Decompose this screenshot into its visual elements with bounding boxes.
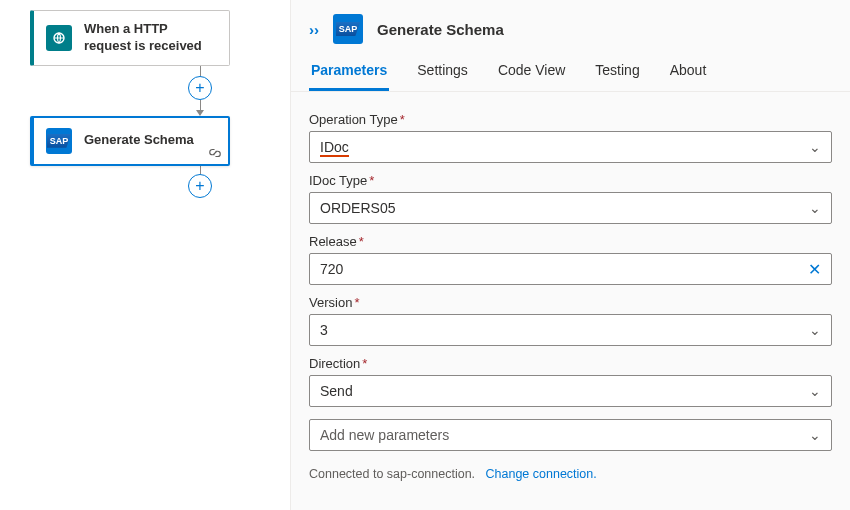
collapse-panel-button[interactable]: ›› [309,21,319,38]
panel-header: ›› SAP Generate Schema [291,0,850,54]
chevron-down-icon: ⌄ [809,200,821,216]
panel-tabs: Parameters Settings Code View Testing Ab… [291,54,850,92]
direction-select[interactable]: Send ⌄ [309,375,832,407]
version-value: 3 [320,322,328,338]
tab-parameters[interactable]: Parameters [309,54,389,91]
change-connection-link[interactable]: Change connection. [486,467,597,481]
add-step-button-bottom[interactable]: + [188,174,212,198]
arrowhead-icon [196,110,204,116]
add-new-parameters-combo[interactable]: Add new parameters ⌄ [309,419,832,451]
clear-release-button[interactable]: ✕ [808,260,821,279]
label-release: Release* [309,234,832,249]
add-params-placeholder: Add new parameters [320,427,449,443]
connection-link-icon [208,146,222,160]
sap-icon: SAP [46,128,72,154]
http-request-icon [46,25,72,51]
release-value: 720 [320,261,343,277]
tab-code-view[interactable]: Code View [496,54,567,91]
direction-value: Send [320,383,353,399]
tab-about[interactable]: About [668,54,709,91]
action-node-label: Generate Schema [84,132,216,149]
trigger-node-http-request[interactable]: When a HTTP request is received [30,10,230,66]
label-operation-type: Operation Type* [309,112,832,127]
chevron-down-icon: ⌄ [809,322,821,338]
tab-settings[interactable]: Settings [415,54,470,91]
idoc-type-value: ORDERS05 [320,200,395,216]
workflow-canvas: When a HTTP request is received + SAP Ge… [0,0,290,510]
operation-type-value: IDoc [320,139,349,157]
version-select[interactable]: 3 ⌄ [309,314,832,346]
tab-testing[interactable]: Testing [593,54,641,91]
details-panel: ›› SAP Generate Schema Parameters Settin… [290,0,850,510]
connection-name: sap-connection. [387,467,475,481]
connector: + [130,66,270,116]
label-idoc-type: IDoc Type* [309,173,832,188]
add-step-button-top[interactable]: + [188,76,212,100]
trigger-node-label: When a HTTP request is received [84,21,217,55]
action-node-generate-schema[interactable]: SAP Generate Schema [30,116,230,166]
label-version: Version* [309,295,832,310]
operation-type-select[interactable]: IDoc ⌄ [309,131,832,163]
sap-icon: SAP [333,14,363,44]
parameters-form: Operation Type* IDoc ⌄ IDoc Type* ORDERS… [291,92,850,459]
release-input[interactable]: 720 ✕ [309,253,832,285]
chevron-down-icon: ⌄ [809,383,821,399]
idoc-type-select[interactable]: ORDERS05 ⌄ [309,192,832,224]
connection-footer: Connected to sap-connection. Change conn… [291,459,850,493]
connector-end: + [130,166,270,198]
label-direction: Direction* [309,356,832,371]
chevron-down-icon: ⌄ [809,139,821,155]
panel-title: Generate Schema [377,21,504,38]
chevron-down-icon: ⌄ [809,427,821,443]
